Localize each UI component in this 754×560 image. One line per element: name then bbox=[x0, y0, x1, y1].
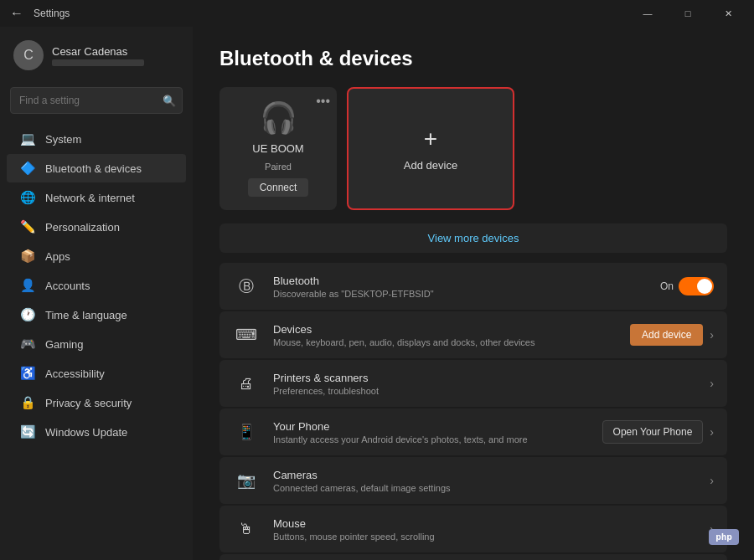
chevron-icon-phone: › bbox=[710, 425, 714, 439]
connect-button[interactable]: Connect bbox=[248, 178, 309, 197]
ue-boom-name: UE BOOM bbox=[252, 142, 303, 155]
sidebar-item-personalization[interactable]: ✏️ Personalization bbox=[7, 213, 186, 241]
sidebar: C Cesar Cadenas 🔍 💻 System 🔷 Bluetooth &… bbox=[0, 27, 193, 560]
ue-boom-more-button[interactable]: ••• bbox=[316, 94, 330, 109]
titlebar: ← Settings — □ ✕ bbox=[0, 0, 754, 27]
sidebar-label-time: Time & language bbox=[45, 309, 127, 321]
gaming-icon: 🎮 bbox=[20, 337, 35, 352]
sidebar-item-accounts[interactable]: 👤 Accounts bbox=[7, 271, 186, 300]
row-text-cameras: Cameras Connected cameras, default image… bbox=[273, 469, 696, 493]
cameras-icon: 📷 bbox=[233, 467, 260, 494]
sidebar-item-system[interactable]: 💻 System bbox=[7, 125, 186, 153]
sidebar-item-windows-update[interactable]: 🔄 Windows Update bbox=[7, 418, 186, 446]
row-right-printers: › bbox=[710, 377, 714, 390]
open-phone-button[interactable]: Open Your Phone bbox=[602, 420, 704, 444]
sidebar-item-network[interactable]: 🌐 Network & internet bbox=[7, 183, 186, 212]
toggle-bluetooth[interactable] bbox=[679, 277, 714, 295]
maximize-button[interactable]: □ bbox=[669, 0, 707, 27]
add-device-card[interactable]: + Add device bbox=[347, 87, 514, 210]
row-title-printers: Printers & scanners bbox=[273, 372, 696, 384]
back-button[interactable]: ← bbox=[7, 3, 27, 24]
devices-icon: ⌨ bbox=[233, 321, 260, 348]
row-text-printers: Printers & scanners Preferences, trouble… bbox=[273, 372, 696, 396]
settings-row-phone[interactable]: 📱 Your Phone Instantly access your Andro… bbox=[219, 408, 727, 455]
sidebar-label-apps: Apps bbox=[45, 250, 70, 263]
row-text-bluetooth: Bluetooth Discoverable as "DESKTOP-ETFBS… bbox=[273, 275, 647, 299]
bluetooth-icon: 🔷 bbox=[20, 161, 35, 176]
settings-row-cameras[interactable]: 📷 Cameras Connected cameras, default ima… bbox=[219, 457, 727, 504]
device-cards: ••• 🎧 UE BOOM Paired Connect + Add devic… bbox=[219, 87, 727, 210]
privacy-icon: 🔒 bbox=[20, 395, 35, 410]
user-section: C Cesar Cadenas bbox=[0, 30, 193, 80]
row-sub-phone: Instantly access your Android device's p… bbox=[273, 434, 589, 444]
mouse-icon: 🖱 bbox=[233, 516, 260, 542]
accounts-icon: 👤 bbox=[20, 278, 35, 293]
add-device-label: Add device bbox=[404, 159, 457, 172]
sidebar-item-accessibility[interactable]: ♿ Accessibility bbox=[7, 359, 186, 388]
sidebar-item-gaming[interactable]: 🎮 Gaming bbox=[7, 330, 186, 358]
search-box: 🔍 bbox=[10, 87, 183, 114]
row-sub-printers: Preferences, troubleshoot bbox=[273, 386, 696, 396]
row-title-phone: Your Phone bbox=[273, 420, 589, 433]
app-layout: C Cesar Cadenas 🔍 💻 System 🔷 Bluetooth &… bbox=[0, 27, 754, 560]
sidebar-label-accounts: Accounts bbox=[45, 280, 90, 292]
chevron-icon-devices: › bbox=[710, 328, 714, 342]
phone-icon: 📱 bbox=[233, 419, 260, 445]
personalization-icon: ✏️ bbox=[20, 219, 35, 234]
add-icon: + bbox=[424, 126, 437, 152]
chevron-icon-printers: › bbox=[710, 377, 714, 390]
sidebar-label-system: System bbox=[45, 133, 81, 146]
row-sub-mouse: Buttons, mouse pointer speed, scrolling bbox=[273, 532, 696, 542]
sidebar-item-bluetooth[interactable]: 🔷 Bluetooth & devices bbox=[7, 154, 186, 182]
sidebar-item-time[interactable]: 🕐 Time & language bbox=[7, 301, 186, 329]
row-text-mouse: Mouse Buttons, mouse pointer speed, scro… bbox=[273, 517, 696, 542]
row-sub-cameras: Connected cameras, default image setting… bbox=[273, 483, 696, 493]
chevron-icon-cameras: › bbox=[710, 474, 714, 487]
printers-icon: 🖨 bbox=[233, 370, 260, 397]
sidebar-item-privacy[interactable]: 🔒 Privacy & security bbox=[7, 388, 186, 417]
settings-list: Ⓑ Bluetooth Discoverable as "DESKTOP-ETF… bbox=[219, 263, 727, 560]
sidebar-item-apps[interactable]: 📦 Apps bbox=[7, 242, 186, 270]
system-icon: 💻 bbox=[20, 131, 35, 146]
titlebar-controls: — □ ✕ bbox=[628, 0, 747, 27]
search-input[interactable] bbox=[10, 87, 183, 114]
ue-boom-status: Paired bbox=[265, 162, 292, 172]
sidebar-label-network: Network & internet bbox=[45, 192, 135, 204]
row-right-cameras: › bbox=[710, 474, 714, 487]
view-more-devices[interactable]: View more devices bbox=[219, 223, 727, 253]
add-device-row-button[interactable]: Add device bbox=[630, 324, 703, 346]
nav-items: 💻 System 🔷 Bluetooth & devices 🌐 Network… bbox=[0, 121, 193, 560]
time-icon: 🕐 bbox=[20, 307, 35, 322]
row-sub-bluetooth: Discoverable as "DESKTOP-ETFBSID" bbox=[273, 289, 647, 299]
headphones-icon: 🎧 bbox=[260, 100, 297, 136]
row-title-bluetooth: Bluetooth bbox=[273, 275, 647, 287]
row-right-devices: Add device › bbox=[630, 324, 714, 346]
titlebar-left: ← Settings bbox=[7, 3, 70, 24]
accessibility-icon: ♿ bbox=[20, 366, 35, 381]
php-badge: php bbox=[709, 529, 739, 545]
row-title-cameras: Cameras bbox=[273, 469, 696, 481]
close-button[interactable]: ✕ bbox=[709, 0, 747, 27]
row-text-phone: Your Phone Instantly access your Android… bbox=[273, 420, 589, 444]
windows-update-icon: 🔄 bbox=[20, 424, 35, 439]
row-title-devices: Devices bbox=[273, 323, 617, 336]
view-more-label: View more devices bbox=[428, 232, 519, 244]
user-name: Cesar Cadenas bbox=[52, 45, 144, 58]
sidebar-label-accessibility: Accessibility bbox=[45, 367, 105, 380]
row-sub-devices: Mouse, keyboard, pen, audio, displays an… bbox=[273, 337, 617, 347]
sidebar-label-personalization: Personalization bbox=[45, 221, 120, 234]
settings-row-bluetooth[interactable]: Ⓑ Bluetooth Discoverable as "DESKTOP-ETF… bbox=[219, 263, 727, 310]
avatar: C bbox=[13, 40, 44, 70]
settings-row-touchpad[interactable]: ⬛ Touchpad Taps, gestures, scrolling, zo… bbox=[219, 554, 727, 560]
settings-row-devices[interactable]: ⌨ Devices Mouse, keyboard, pen, audio, d… bbox=[219, 311, 727, 358]
user-info: Cesar Cadenas bbox=[52, 45, 144, 66]
sidebar-label-bluetooth: Bluetooth & devices bbox=[45, 162, 142, 175]
row-text-devices: Devices Mouse, keyboard, pen, audio, dis… bbox=[273, 323, 617, 347]
network-icon: 🌐 bbox=[20, 190, 35, 205]
settings-row-mouse[interactable]: 🖱 Mouse Buttons, mouse pointer speed, sc… bbox=[219, 506, 727, 552]
sidebar-label-windows-update: Windows Update bbox=[45, 426, 127, 439]
page-title: Bluetooth & devices bbox=[219, 47, 727, 70]
settings-row-printers[interactable]: 🖨 Printers & scanners Preferences, troub… bbox=[219, 360, 727, 407]
minimize-button[interactable]: — bbox=[628, 0, 667, 27]
toggle-wrap-bluetooth: On bbox=[660, 277, 714, 295]
